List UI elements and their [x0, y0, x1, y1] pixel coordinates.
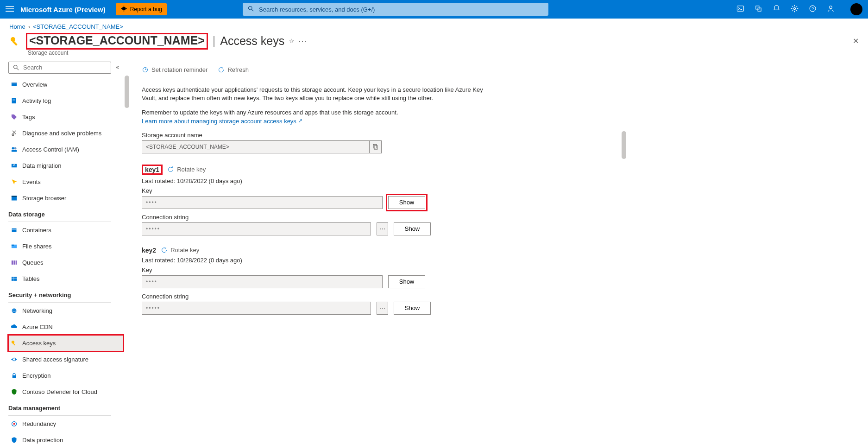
nav-label: Access Control (IAM) — [22, 146, 79, 153]
nav-item-networking[interactable]: Networking — [8, 303, 120, 319]
svg-rect-61 — [374, 146, 377, 149]
nav-item-overview[interactable]: Overview — [8, 76, 120, 93]
nav-item-iam[interactable]: Access Control (IAM) — [8, 141, 120, 158]
copy-account-name-button[interactable] — [370, 140, 382, 153]
close-blade-button[interactable]: ✕ — [853, 37, 859, 45]
migration-icon — [10, 162, 18, 169]
tables-icon — [10, 275, 18, 282]
chevron-right-icon: › — [28, 23, 30, 30]
nav-item-browser[interactable]: Storage browser — [8, 190, 120, 206]
refresh-button[interactable]: Refresh — [218, 66, 249, 73]
nav-item-redundancy[interactable]: Redundancy — [8, 416, 120, 432]
nav-item-dataprotect[interactable]: Data protection — [8, 432, 120, 444]
global-search[interactable] — [243, 3, 548, 16]
top-bar: Microsoft Azure (Preview) Report a bug ? — [0, 0, 868, 19]
nav-item-diagnose[interactable]: Diagnose and solve problems — [8, 125, 120, 141]
nav-label: Storage browser — [22, 195, 66, 202]
containers-icon — [10, 227, 18, 234]
cloud-shell-icon[interactable] — [736, 5, 744, 14]
nav-item-tags[interactable]: Tags — [8, 109, 120, 125]
nav-label: Queues — [22, 259, 44, 266]
show-key-button[interactable]: Show — [388, 196, 425, 209]
command-bar: Set rotation reminder Refresh — [142, 62, 503, 79]
svg-point-54 — [13, 423, 15, 425]
learn-more-link[interactable]: Learn more about managing storage accoun… — [142, 118, 302, 125]
main-scrollbar[interactable] — [622, 131, 626, 159]
nav-item-sas[interactable]: Shared access signature — [8, 351, 120, 368]
show-connstr-button[interactable]: Show — [394, 302, 431, 315]
nav-item-queues[interactable]: Queues — [8, 254, 120, 271]
svg-rect-13 — [758, 8, 761, 11]
svg-point-14 — [793, 7, 795, 9]
settings-icon[interactable] — [791, 5, 799, 14]
breadcrumb-home[interactable]: Home — [9, 23, 25, 30]
show-key-button[interactable]: Show — [388, 275, 425, 288]
nav-item-accesskeys[interactable]: Access keys — [8, 335, 123, 351]
nav-label: Activity log — [22, 97, 51, 104]
connstr-more-icon[interactable]: ⋯ — [377, 302, 388, 315]
nav-item-migration[interactable]: Data migration — [8, 158, 120, 174]
svg-point-8 — [249, 6, 252, 10]
section-datastorage: Data storage — [8, 206, 130, 220]
favorite-icon[interactable]: ☆ — [289, 38, 295, 44]
connstr-more-icon[interactable]: ⋯ — [377, 222, 388, 235]
sidenav-scrollbar[interactable] — [125, 76, 129, 108]
nav-label: Diagnose and solve problems — [22, 130, 101, 137]
notifications-icon[interactable] — [773, 5, 780, 14]
help-icon[interactable]: ? — [809, 5, 817, 14]
nav-label: Events — [22, 178, 41, 185]
show-connstr-button[interactable]: Show — [394, 222, 431, 235]
report-bug-button[interactable]: Report a bug — [116, 3, 167, 15]
account-name-value: <STORAGE_ACCOUNT_NAME> — [142, 140, 370, 153]
svg-point-17 — [830, 6, 832, 9]
key-header: key1Rotate key — [142, 165, 857, 175]
svg-point-28 — [12, 147, 14, 149]
svg-rect-40 — [15, 260, 17, 265]
svg-rect-33 — [11, 196, 16, 197]
iam-icon — [10, 146, 18, 153]
page-title: <STORAGE_ACCOUNT_NAME> | Access keys — [26, 33, 284, 50]
nav-item-defender[interactable]: Contoso Defender for Cloud — [8, 384, 120, 400]
svg-point-49 — [13, 358, 15, 361]
nav-item-events[interactable]: Events — [8, 174, 120, 190]
nav-label: Redundancy — [22, 420, 56, 427]
nav-label: Encryption — [22, 372, 50, 379]
dataprotect-icon — [10, 437, 18, 444]
rotate-key-button[interactable]: Rotate key — [161, 247, 199, 254]
connstr-label: Connection string — [142, 214, 857, 221]
directories-icon[interactable] — [755, 5, 762, 14]
sidenav-search-input[interactable] — [22, 63, 107, 71]
nav-item-encryption[interactable]: Encryption — [8, 368, 120, 384]
collapse-sidenav-icon[interactable]: « — [116, 63, 119, 70]
nav-item-fileshares[interactable]: File shares — [8, 238, 120, 254]
set-rotation-reminder-button[interactable]: Set rotation reminder — [142, 66, 208, 73]
breadcrumb-current[interactable]: <STORAGE_ACCOUNT_NAME> — [33, 23, 123, 30]
topbar-icon-group: ? — [736, 3, 862, 15]
svg-point-20 — [14, 65, 18, 69]
svg-rect-38 — [11, 260, 13, 265]
key-name: key2 — [142, 247, 156, 254]
nav-label: Containers — [22, 227, 51, 234]
nav-label: Tables — [22, 275, 40, 282]
brand-label[interactable]: Microsoft Azure (Preview) — [20, 6, 106, 13]
svg-rect-19 — [12, 41, 17, 46]
nav-item-tables[interactable]: Tables — [8, 271, 120, 287]
nav-item-containers[interactable]: Containers — [8, 222, 120, 238]
rotate-key-button[interactable]: Rotate key — [167, 166, 206, 173]
hamburger-icon[interactable] — [6, 5, 14, 14]
set-rotation-reminder-label: Set rotation reminder — [151, 66, 208, 73]
svg-rect-0 — [6, 6, 14, 7]
svg-rect-1 — [6, 8, 14, 9]
sidenav-search[interactable] — [8, 62, 111, 74]
connstr-value: ••••• — [142, 222, 371, 235]
global-search-input[interactable] — [258, 6, 544, 13]
nav-label: Networking — [22, 307, 52, 314]
nav-item-activity[interactable]: Activity log — [8, 93, 120, 109]
user-avatar[interactable] — [850, 3, 862, 15]
tags-icon — [10, 114, 18, 121]
nav-label: Tags — [22, 114, 35, 121]
feedback-icon[interactable] — [827, 5, 835, 14]
connstr-label: Connection string — [142, 293, 857, 300]
svg-rect-34 — [12, 228, 16, 232]
nav-item-cdn[interactable]: Azure CDN — [8, 319, 120, 335]
